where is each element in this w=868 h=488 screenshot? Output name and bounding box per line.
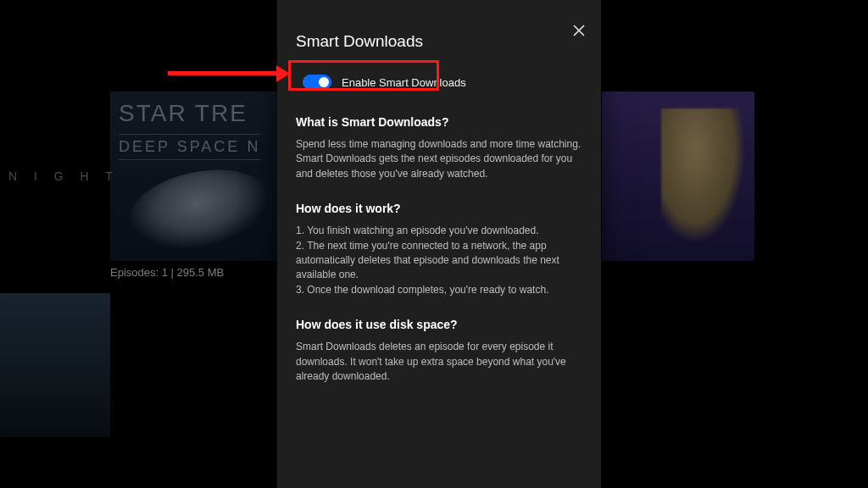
section-what: What is Smart Downloads? Spend less time…: [296, 115, 582, 181]
dialog-title: Smart Downloads: [296, 32, 582, 51]
app-stage: STAR TRE DEEP SPACE N N I G H T Episodes…: [0, 0, 868, 488]
section-disk: How does it use disk space? Smart Downlo…: [296, 318, 582, 384]
enable-toggle-label: Enable Smart Downloads: [342, 76, 466, 89]
how-step-1: 1. You finish watching an episode you've…: [296, 224, 582, 238]
section-how-heading: How does it work?: [296, 202, 582, 215]
section-disk-body: Smart Downloads deletes an episode for e…: [296, 340, 582, 384]
section-what-heading: What is Smart Downloads?: [296, 115, 582, 129]
how-step-3: 3. Once the download completes, you're r…: [296, 283, 582, 297]
section-how-list: 1. You finish watching an episode you've…: [296, 224, 582, 297]
enable-smart-downloads-toggle[interactable]: [303, 75, 331, 90]
toggle-knob: [319, 77, 329, 87]
dialog-header: Smart Downloads: [277, 0, 601, 51]
close-button[interactable]: [567, 19, 591, 42]
section-how: How does it work? 1. You finish watching…: [296, 202, 582, 297]
how-step-2: 2. The next time you're connected to a n…: [296, 239, 582, 283]
smart-downloads-dialog: Smart Downloads Enable Smart Downloads W…: [277, 0, 601, 488]
close-icon: [573, 25, 585, 36]
enable-toggle-row: Enable Smart Downloads: [296, 69, 582, 95]
section-disk-heading: How does it use disk space?: [296, 318, 582, 331]
section-what-body: Spend less time managing downloads and m…: [296, 137, 582, 181]
